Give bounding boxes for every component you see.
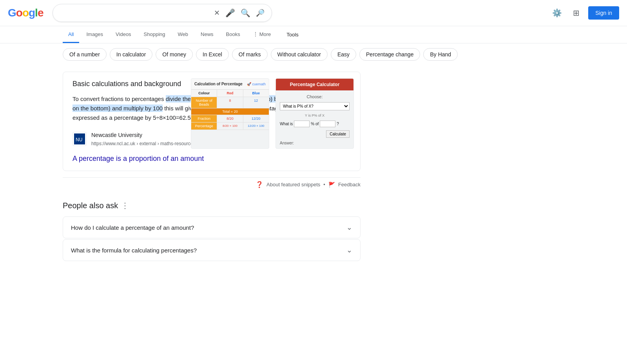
microphone-icon: 🎤	[225, 8, 235, 18]
table-cell-beads: Number of Beads	[191, 97, 217, 108]
feedback-area: ❓ About featured snippets • 🚩 Feedback	[63, 177, 361, 191]
settings-button[interactable]: ⚙️	[550, 6, 564, 20]
pill-of-money[interactable]: Of money	[156, 48, 193, 61]
pct-calculator-image[interactable]: Percentage Calculator Choose: What is P%…	[275, 78, 354, 149]
tab-more[interactable]: ⋮ More	[247, 26, 277, 43]
paa-item-2: What is the formula for calculating perc…	[63, 239, 361, 261]
search-button[interactable]: 🔎	[255, 8, 265, 18]
source-logo: NU	[72, 132, 87, 146]
feedback-link[interactable]: Feedback	[338, 182, 361, 187]
pill-in-excel[interactable]: In Excel	[196, 48, 229, 61]
snippet-text-before: To convert fractions to percentages	[72, 96, 166, 102]
table-cell-12: 12	[243, 97, 269, 108]
pct-percent-label: % of	[311, 122, 319, 126]
pill-of-a-number[interactable]: Of a number	[63, 48, 107, 61]
cuemath-logo: 🚀 cuemath	[247, 82, 266, 86]
tab-web[interactable]: Web	[172, 27, 194, 43]
lens-search-button[interactable]: 🔍	[240, 7, 251, 18]
chevron-down-icon-1: ⌄	[346, 223, 352, 232]
tab-images[interactable]: Images	[81, 27, 109, 43]
pill-by-hand[interactable]: By Hand	[423, 48, 458, 61]
featured-snippet: Basic calculations and background Calcul…	[63, 72, 361, 171]
paa-question-2[interactable]: What is the formula for calculating perc…	[63, 240, 360, 261]
pct-subtitle: Y is P% of X	[280, 114, 350, 117]
paa-more-icon[interactable]: ⋮	[121, 201, 129, 210]
paa-item-1: How do I calculate a percentage of an am…	[63, 216, 361, 238]
lens-icon: 🔍	[241, 8, 250, 18]
table-header-red: Red	[217, 90, 243, 97]
cuemath-title: Calculation of Percentage	[194, 82, 243, 86]
search-input[interactable]: how to calculate percentage	[59, 9, 209, 16]
apps-button[interactable]: ⊞	[571, 6, 582, 20]
main-content: Basic calculations and background Calcul…	[0, 65, 627, 268]
table-header-blue: Blue	[243, 90, 269, 97]
cuemath-image[interactable]: Calculation of Percentage 🚀 cuemath Colo…	[191, 78, 269, 149]
feedback-icon: 🚩	[328, 182, 335, 188]
dot-separator: •	[323, 182, 325, 187]
filter-pills: Of a number In calculator Of money In Ex…	[0, 43, 627, 65]
close-icon: ✕	[214, 9, 220, 17]
header: Google how to calculate percentage ✕ 🎤 🔍…	[0, 0, 627, 26]
grid-icon: ⊞	[573, 8, 580, 18]
pill-percentage-change[interactable]: Percentage change	[359, 48, 420, 61]
pill-without-calculator[interactable]: Without calculator	[271, 48, 328, 61]
search-bar: how to calculate percentage ✕ 🎤 🔍 🔎	[53, 4, 272, 22]
svg-text:NU: NU	[76, 137, 82, 142]
gear-icon: ⚙️	[552, 8, 562, 18]
table-cell-total: Total = 20	[191, 108, 269, 115]
header-right: ⚙️ ⊞ Sign in	[550, 6, 619, 20]
snippet-images: Calculation of Percentage 🚀 cuemath Colo…	[191, 78, 354, 149]
pct-what-label: What is	[280, 122, 293, 126]
table-header-colour: Colour	[191, 90, 217, 97]
chevron-down-icon-2: ⌄	[346, 246, 352, 254]
pct-calc-title: Percentage Calculator	[276, 79, 353, 90]
clear-button[interactable]: ✕	[213, 8, 221, 18]
tab-news[interactable]: News	[195, 27, 219, 43]
pct-choose: Choose:	[280, 94, 350, 99]
pill-easy[interactable]: Easy	[331, 48, 356, 61]
snippet-link[interactable]: A percentage is a proportion of an amoun…	[72, 155, 351, 163]
voice-search-button[interactable]: 🎤	[225, 7, 236, 18]
search-icon: 🔎	[256, 9, 265, 17]
table-cell-fraction: Fraction	[191, 115, 217, 122]
tools-button[interactable]: Tools	[281, 27, 304, 42]
google-logo: Google	[8, 7, 43, 19]
tab-shopping[interactable]: Shopping	[138, 27, 171, 43]
question-icon: ❓	[256, 181, 263, 188]
pct-question-label: ?	[337, 122, 339, 126]
table-cell-fraction-red: 8/20	[217, 115, 243, 122]
pct-calculate-button[interactable]: Calculate	[326, 130, 350, 138]
sign-in-button[interactable]: Sign in	[588, 6, 619, 20]
paa-question-1[interactable]: How do I calculate a percentage of an am…	[63, 217, 360, 238]
left-content: Basic calculations and background Calcul…	[63, 72, 361, 261]
tab-all[interactable]: All	[63, 27, 79, 43]
pct-p-input[interactable]	[294, 121, 310, 127]
pct-answer-label: Answer:	[280, 141, 350, 145]
nav-tabs: All Images Videos Shopping Web News Book…	[0, 26, 627, 43]
table-cell-8: 8	[217, 97, 243, 108]
table-cell-pct-blue: 12/20 × 100	[243, 123, 269, 130]
table-cell-fraction-blue: 12/20	[243, 115, 269, 122]
about-featured-snippets-link[interactable]: About featured snippets	[266, 182, 320, 187]
pct-x-input[interactable]	[320, 121, 335, 127]
pct-select[interactable]: What is P% of X?	[280, 102, 350, 110]
pill-in-calculator[interactable]: In calculator	[110, 48, 152, 61]
table-cell-percentage: Percentage	[191, 123, 217, 130]
paa-section: People also ask ⋮ How do I calculate a p…	[63, 201, 361, 261]
pill-of-marks[interactable]: Of marks	[232, 48, 268, 61]
paa-heading: People also ask ⋮	[63, 201, 361, 210]
table-cell-pct-red: 8/20 × 100	[217, 123, 243, 130]
dots-icon: ⋮	[253, 31, 258, 37]
tab-videos[interactable]: Videos	[110, 27, 137, 43]
tab-books[interactable]: Books	[221, 27, 246, 43]
